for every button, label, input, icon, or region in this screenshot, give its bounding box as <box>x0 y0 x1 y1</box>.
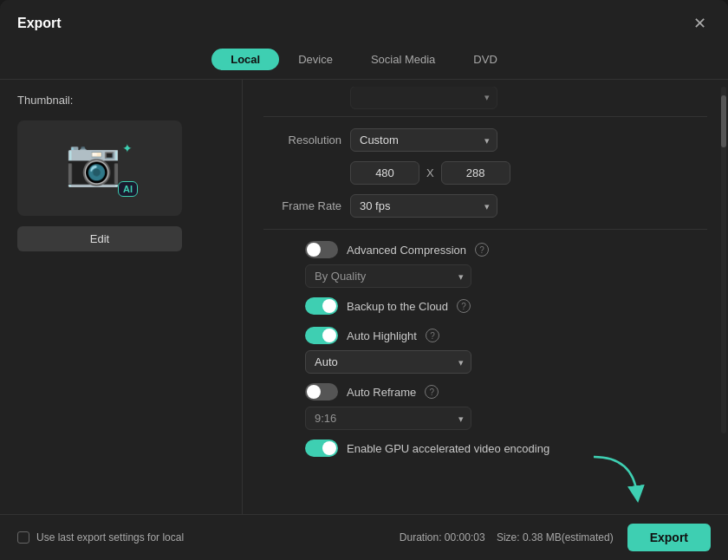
ai-badge: AI <box>118 181 138 197</box>
toggle-knob <box>307 243 321 257</box>
resolution-x-separator: X <box>426 166 434 179</box>
auto-reframe-knob <box>307 385 321 399</box>
partial-select[interactable] <box>350 87 497 109</box>
resolution-select[interactable]: Custom 1080p 720p 480p <box>350 128 497 152</box>
backup-cloud-help-icon[interactable]: ? <box>457 299 471 313</box>
gpu-toggle[interactable] <box>305 440 338 457</box>
auto-highlight-help-icon[interactable]: ? <box>426 329 439 342</box>
ratio-select-wrapper-outer: 9:16 1:1 4:3 16:9 <box>305 407 707 430</box>
auto-highlight-row: Auto Highlight ? <box>263 321 707 350</box>
right-panel: Resolution Custom 1080p 720p 480p X <box>243 80 728 514</box>
advanced-compression-row: Advanced Compression ? <box>263 235 707 264</box>
auto-reframe-row: Auto Reframe ? <box>263 377 707 407</box>
tab-social-media[interactable]: Social Media <box>352 49 454 70</box>
auto-reframe-label: Auto Reframe <box>347 386 416 399</box>
backup-cloud-row: Backup to the Cloud ? <box>263 291 707 321</box>
by-quality-wrapper: By Quality By Bitrate <box>305 264 707 288</box>
auto-reframe-help-icon[interactable]: ? <box>425 385 439 399</box>
thumbnail-label: Thumbnail: <box>17 94 224 107</box>
advanced-compression-label: Advanced Compression <box>347 244 466 257</box>
title-bar: Export ✕ <box>0 0 728 43</box>
by-quality-select[interactable]: By Quality By Bitrate <box>305 264 471 288</box>
duration-size-text: Duration: 00:00:03 Size: 0.38 MB(estimat… <box>400 531 614 544</box>
gpu-label: Enable GPU accelerated video encoding <box>347 442 549 455</box>
scrollbar-track <box>721 87 726 433</box>
partial-select-wrapper <box>350 87 497 109</box>
scrollbar-thumb[interactable] <box>721 95 726 147</box>
sparkle-icon: ✦ <box>122 141 133 155</box>
resolution-select-wrapper: Custom 1080p 720p 480p <box>350 128 497 152</box>
close-button[interactable]: ✕ <box>688 12 711 35</box>
auto-select-wrapper-outer: Auto Landscape Portrait <box>305 350 707 374</box>
resolution-label: Resolution <box>263 133 341 147</box>
partial-row <box>263 87 707 111</box>
ratio-select-wrapper: 9:16 1:1 4:3 16:9 <box>305 407 471 430</box>
gpu-encoding-row: Enable GPU accelerated video encoding <box>263 433 707 466</box>
resolution-width-input[interactable] <box>350 161 419 185</box>
ratio-select[interactable]: 9:16 1:1 4:3 16:9 <box>305 407 471 430</box>
tab-device[interactable]: Device <box>279 49 352 70</box>
by-quality-select-wrapper: By Quality By Bitrate <box>305 264 471 288</box>
backup-cloud-toggle[interactable] <box>305 297 338 315</box>
frame-rate-select[interactable]: 24 fps 25 fps 30 fps 60 fps <box>350 194 497 218</box>
backup-cloud-knob <box>322 299 336 313</box>
bottom-bar: Use last export settings for local Durat… <box>0 514 728 560</box>
advanced-compression-toggle[interactable] <box>305 241 338 258</box>
frame-rate-row: Frame Rate 24 fps 25 fps 30 fps 60 fps <box>263 188 707 224</box>
export-button[interactable]: Export <box>627 524 711 551</box>
resolution-row: Resolution Custom 1080p 720p 480p <box>263 122 707 158</box>
backup-cloud-label: Backup to the Cloud <box>347 300 448 313</box>
duration-text: Duration: 00:00:03 <box>400 531 485 544</box>
frame-rate-label: Frame Rate <box>263 199 341 212</box>
resolution-inputs: X <box>263 158 707 188</box>
auto-highlight-knob <box>322 329 336 342</box>
advanced-compression-help-icon[interactable]: ? <box>475 243 489 257</box>
last-export-label: Use last export settings for local <box>36 531 184 544</box>
auto-select-wrapper: Auto Landscape Portrait <box>305 350 471 374</box>
tab-local[interactable]: Local <box>211 49 279 70</box>
auto-reframe-toggle[interactable] <box>305 383 338 400</box>
tab-dvd[interactable]: DVD <box>454 49 516 70</box>
auto-highlight-toggle[interactable] <box>305 327 338 344</box>
tab-bar: Local Device Social Media DVD <box>0 43 728 80</box>
auto-highlight-label: Auto Highlight <box>347 329 417 342</box>
thumbnail-box: 📷 ✦ AI <box>17 120 182 216</box>
size-text: Size: 0.38 MB(estimated) <box>497 531 614 544</box>
dialog-title: Export <box>17 16 62 31</box>
resolution-height-input[interactable] <box>441 161 510 185</box>
bottom-right: Duration: 00:00:03 Size: 0.38 MB(estimat… <box>400 524 711 551</box>
left-panel: Thumbnail: 📷 ✦ AI Edit <box>0 80 243 514</box>
frame-rate-select-wrapper: 24 fps 25 fps 30 fps 60 fps <box>350 194 497 218</box>
auto-select[interactable]: Auto Landscape Portrait <box>305 350 471 374</box>
checkbox-row: Use last export settings for local <box>17 531 184 544</box>
ai-icon-container: 📷 ✦ AI <box>65 138 134 199</box>
edit-button[interactable]: Edit <box>17 226 182 251</box>
export-dialog: Export ✕ Local Device Social Media DVD T… <box>0 0 728 560</box>
last-export-checkbox[interactable] <box>17 531 29 544</box>
gpu-knob <box>322 441 336 455</box>
content-area: Thumbnail: 📷 ✦ AI Edit <box>0 80 728 514</box>
